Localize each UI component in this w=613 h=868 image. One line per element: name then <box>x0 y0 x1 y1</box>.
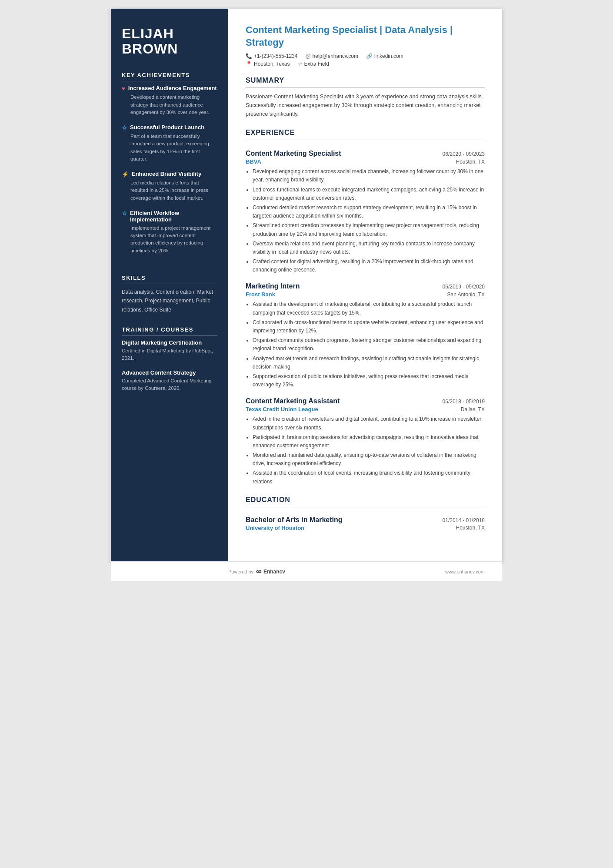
bullet-item: Organized community outreach programs, f… <box>253 336 485 353</box>
bullet-item: Streamlined content creation processes b… <box>253 221 485 238</box>
location-icon: 📍 <box>246 61 252 67</box>
bullet-item: Assisted in the development of marketing… <box>253 300 485 317</box>
bullet-item: Monitored and maintained data quality, e… <box>253 451 485 468</box>
bullet-item: Oversaw media relations and event planni… <box>253 240 485 256</box>
contact-extra: ☆ Extra Field <box>298 61 329 67</box>
achievement-title-text: Enhanced Brand Visibility <box>132 171 201 177</box>
edu-degree-1: Bachelor of Arts in Marketing <box>246 516 343 524</box>
resume-container: ELIJAH BROWN KEY ACHIEVEMENTS ♥ Increase… <box>111 9 502 561</box>
exp-job-title-3: Content Marketing Assistant <box>246 397 340 405</box>
exp-location-3: Dallas, TX <box>461 406 485 412</box>
exp-header-1: Content Marketing Specialist 06/2020 - 0… <box>246 150 485 158</box>
exp-company-row-1: BBVA Houston, TX <box>246 158 485 165</box>
contact-email: @ help@enhancv.com <box>305 53 358 59</box>
exp-job-title-2: Marketing Intern <box>246 282 300 290</box>
skills-text: Data analysis, Content creation, Market … <box>122 288 217 314</box>
edu-school-1: University of Houston <box>246 525 304 531</box>
star-icon: ☆ <box>122 210 127 217</box>
edu-dates-1: 01/2014 - 01/2018 <box>443 517 485 523</box>
lightning-icon: ⚡ <box>122 171 129 178</box>
bullet-item: Supported execution of public relations … <box>253 372 485 389</box>
exp-company-row-2: Frost Bank San Antonio, TX <box>246 291 485 298</box>
main-content: Content Marketing Specialist | Data Anal… <box>228 9 502 561</box>
edu-school-row-1: University of Houston Houston, TX <box>246 525 485 531</box>
summary-divider <box>246 87 485 88</box>
exp-bullets-2: Assisted in the development of marketing… <box>246 300 485 390</box>
exp-bullets-1: Developed engaging content across social… <box>246 168 485 275</box>
contact-row-2: 📍 Houston, Texas ☆ Extra Field <box>246 61 485 67</box>
bullet-item: Aided in the creation of newsletters and… <box>253 415 485 432</box>
achievements-section: KEY ACHIEVEMENTS ♥ Increased Audience En… <box>122 72 217 262</box>
linkedin-icon: 🔗 <box>366 53 373 59</box>
exp-company-3: Texas Credit Union League <box>246 406 318 412</box>
star-icon: ☆ <box>122 124 127 131</box>
achievement-desc: Developed a content marketing strategy t… <box>122 94 217 116</box>
exp-job-title-1: Content Marketing Specialist <box>246 150 341 158</box>
email-icon: @ <box>305 53 310 59</box>
job-title: Content Marketing Specialist | Data Anal… <box>246 24 485 49</box>
exp-location-1: Houston, TX <box>456 159 485 165</box>
achievement-desc: Implemented a project management system … <box>122 225 217 255</box>
contact-row: 📞 +1-(234)-555-1234 @ help@enhancv.com 🔗… <box>246 53 485 59</box>
summary-section-title: SUMMARY <box>246 77 485 84</box>
achievement-title-text: Successful Product Launch <box>130 124 204 131</box>
exp-company-2: Frost Bank <box>246 291 275 298</box>
experience-divider <box>246 140 485 140</box>
skills-section: SKILLS Data analysis, Content creation, … <box>122 275 217 314</box>
exp-company-1: BBVA <box>246 158 261 165</box>
summary-text: Passionate Content Marketing Specialist … <box>246 92 485 118</box>
contact-linkedin: 🔗 linkedin.com <box>366 53 403 59</box>
bullet-item: Collaborated with cross-functional teams… <box>253 318 485 335</box>
training-course-title: Digital Marketing Certification <box>122 339 217 346</box>
training-title: TRAINING / COURSES <box>122 326 217 336</box>
enhancv-brand-name: Enhancv <box>263 569 285 575</box>
footer-left: Powered by ∞ Enhancv <box>128 567 285 576</box>
achievement-title-text: Increased Audience Engagement <box>128 85 217 91</box>
exp-header-3: Content Marketing Assistant 06/2018 - 05… <box>246 397 485 405</box>
achievement-item: ☆ Successful Product Launch Part of a te… <box>122 124 217 163</box>
exp-company-row-3: Texas Credit Union League Dallas, TX <box>246 406 485 412</box>
heart-icon: ♥ <box>122 85 125 92</box>
exp-location-2: San Antonio, TX <box>447 292 485 298</box>
training-item: Advanced Content Strategy Completed Adva… <box>122 369 217 392</box>
edu-location-1: Houston, TX <box>456 525 485 531</box>
exp-dates-1: 06/2020 - 09/2023 <box>443 151 485 157</box>
contact-location: 📍 Houston, Texas <box>246 61 290 67</box>
footer: Powered by ∞ Enhancv www.enhancv.com <box>111 561 502 581</box>
training-course-desc: Completed Advanced Content Marketing cou… <box>122 377 217 392</box>
training-course-desc: Certified in Digital Marketing by HubSpo… <box>122 347 217 362</box>
footer-website: www.enhancv.com <box>445 569 485 574</box>
powered-by-label: Powered by <box>228 569 253 574</box>
bullet-item: Developed engaging content across social… <box>253 168 485 184</box>
exp-dates-2: 06/2019 - 05/2020 <box>443 284 485 290</box>
achievements-title: KEY ACHIEVEMENTS <box>122 72 217 81</box>
training-course-title: Advanced Content Strategy <box>122 369 217 376</box>
bullet-item: Led cross-functional teams to execute in… <box>253 186 485 202</box>
bullet-item: Crafted content for digital advertising,… <box>253 258 485 274</box>
education-divider <box>246 507 485 507</box>
exp-bullets-3: Aided in the creation of newsletters and… <box>246 415 485 487</box>
training-item: Digital Marketing Certification Certifie… <box>122 339 217 362</box>
star-icon: ☆ <box>298 61 303 67</box>
achievement-item: ⚡ Enhanced Brand Visibility Led media re… <box>122 171 217 202</box>
bullet-item: Participated in brainstorming sessions f… <box>253 433 485 450</box>
education-section-title: EDUCATION <box>246 496 485 504</box>
skills-title: SKILLS <box>122 275 217 284</box>
edu-header-1: Bachelor of Arts in Marketing 01/2014 - … <box>246 516 485 524</box>
phone-icon: 📞 <box>246 53 252 59</box>
bullet-item: Assisted in the coordination of local ev… <box>253 469 485 486</box>
contact-phone: 📞 +1-(234)-555-1234 <box>246 53 297 59</box>
enhancv-logo-symbol: ∞ <box>256 567 261 576</box>
achievement-item: ♥ Increased Audience Engagement Develope… <box>122 85 217 116</box>
exp-dates-3: 06/2018 - 05/2019 <box>443 399 485 405</box>
achievement-desc: Part of a team that successfully launche… <box>122 133 217 163</box>
achievement-desc: Led media relations efforts that resulte… <box>122 179 217 202</box>
training-section: TRAINING / COURSES Digital Marketing Cer… <box>122 326 217 399</box>
bullet-item: Conducted detailed market research to su… <box>253 204 485 220</box>
achievement-item: ☆ Efficient Workflow Implementation Impl… <box>122 210 217 255</box>
sidebar: ELIJAH BROWN KEY ACHIEVEMENTS ♥ Increase… <box>111 9 228 561</box>
candidate-name: ELIJAH BROWN <box>122 26 217 57</box>
achievement-title-text: Efficient Workflow Implementation <box>130 210 217 223</box>
bullet-item: Analyzed market trends and research find… <box>253 355 485 371</box>
experience-section-title: EXPERIENCE <box>246 129 485 137</box>
